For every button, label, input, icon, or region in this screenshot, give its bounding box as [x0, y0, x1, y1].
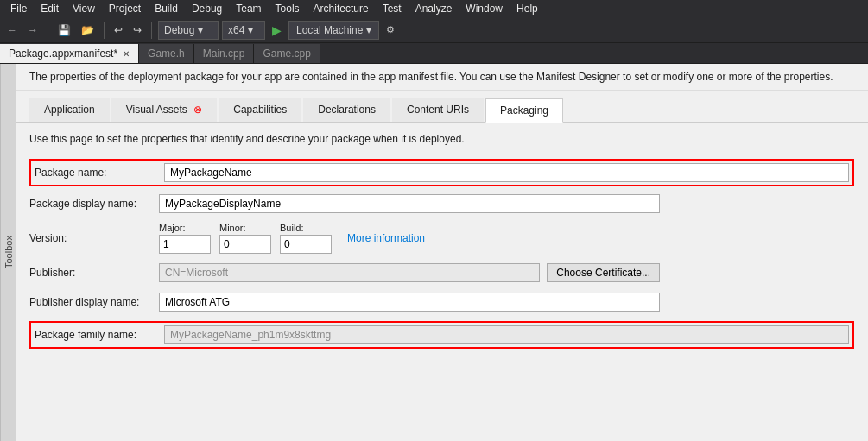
- menu-team[interactable]: Team: [229, 1, 268, 16]
- publisher-display-name-row: Publisher display name:: [29, 292, 854, 312]
- tab-capabilities-label: Capabilities: [233, 104, 287, 116]
- tab-gameh[interactable]: Game.h: [139, 44, 194, 63]
- menu-project[interactable]: Project: [102, 1, 148, 16]
- version-row: Version: Major: Minor: Build: More infor: [29, 223, 854, 254]
- package-name-input[interactable]: [164, 163, 849, 182]
- tab-manifest-close[interactable]: ✕: [123, 49, 130, 59]
- extra-btn[interactable]: ⚙: [383, 22, 398, 37]
- tab-visual-assets[interactable]: Visual Assets ⊗: [111, 98, 218, 122]
- debug-config-dropdown[interactable]: Debug ▾: [158, 21, 219, 40]
- version-build-label: Build:: [280, 223, 332, 233]
- local-machine-chevron: ▾: [366, 24, 371, 36]
- arch-chevron: ▾: [248, 24, 253, 36]
- version-minor-sub: Minor:: [219, 223, 271, 254]
- version-minor-input[interactable]: [219, 235, 271, 254]
- menu-architecture[interactable]: Architecture: [307, 1, 376, 16]
- publisher-label: Publisher:: [29, 267, 159, 279]
- choose-cert-button[interactable]: Choose Certificate...: [547, 263, 660, 282]
- menu-help[interactable]: Help: [510, 1, 545, 16]
- tab-visual-assets-label: Visual Assets: [126, 104, 187, 116]
- tabs-bar: Package.appxmanifest* ✕ Game.h Main.cpp …: [0, 43, 868, 64]
- package-display-name-input[interactable]: [159, 194, 660, 213]
- tab-application[interactable]: Application: [29, 98, 110, 122]
- visual-assets-error-icon: ⊗: [193, 104, 202, 116]
- arch-label: x64: [228, 24, 244, 36]
- back-button[interactable]: ←: [3, 22, 21, 38]
- tab-gameh-label: Game.h: [148, 47, 185, 60]
- section-tabs: Application Visual Assets ⊗ Capabilities…: [16, 91, 868, 123]
- arch-dropdown[interactable]: x64 ▾: [222, 21, 265, 40]
- toolbox-panel[interactable]: Toolbox: [0, 64, 16, 441]
- save-button[interactable]: 💾: [54, 22, 74, 38]
- toolbar-sep-1: [48, 22, 48, 39]
- content-area: The properties of the deployment package…: [16, 64, 868, 441]
- tab-capabilities[interactable]: Capabilities: [219, 98, 301, 122]
- toolbox-label: Toolbox: [3, 236, 14, 269]
- tab-content-uris[interactable]: Content URIs: [392, 98, 484, 122]
- menu-build[interactable]: Build: [148, 1, 185, 16]
- tab-declarations[interactable]: Declarations: [303, 98, 390, 122]
- form-description: Use this page to set the properties that…: [29, 133, 854, 145]
- tab-gamecpp-label: Game.cpp: [263, 47, 310, 60]
- tab-gamecpp[interactable]: Game.cpp: [254, 44, 320, 63]
- tab-maincpp-label: Main.cpp: [203, 47, 245, 60]
- tab-maincpp[interactable]: Main.cpp: [194, 44, 255, 63]
- tab-declarations-label: Declarations: [318, 104, 376, 116]
- toolbar: ← → 💾 📂 ↩ ↪ Debug ▾ x64 ▾ ▶ Local Machin…: [0, 17, 868, 43]
- publisher-display-name-input[interactable]: [159, 293, 660, 312]
- version-label: Version:: [29, 232, 159, 244]
- publisher-row: Publisher: Choose Certificate...: [29, 262, 854, 283]
- package-display-name-label: Package display name:: [29, 198, 159, 210]
- menu-debug[interactable]: Debug: [185, 1, 229, 16]
- version-build-input[interactable]: [280, 235, 332, 254]
- main-area: Toolbox The properties of the deployment…: [0, 64, 868, 441]
- publisher-input: [159, 263, 540, 282]
- tab-manifest-label: Package.appxmanifest*: [9, 47, 117, 60]
- undo-button[interactable]: ↩: [111, 22, 126, 38]
- menu-window[interactable]: Window: [459, 1, 510, 16]
- version-minor-label: Minor:: [219, 223, 271, 233]
- publisher-display-name-label: Publisher display name:: [29, 296, 159, 308]
- tab-content-uris-label: Content URIs: [407, 104, 469, 116]
- more-info-link[interactable]: More information: [347, 232, 425, 244]
- package-name-row: Package name:: [29, 159, 854, 186]
- open-button[interactable]: 📂: [78, 22, 98, 38]
- menu-bar: File Edit View Project Build Debug Team …: [0, 0, 868, 17]
- info-bar: The properties of the deployment package…: [16, 64, 868, 91]
- redo-button[interactable]: ↪: [130, 22, 145, 38]
- version-build-sub: Build:: [280, 223, 332, 254]
- debug-config-chevron: ▾: [198, 24, 203, 36]
- tab-packaging-label: Packaging: [500, 104, 548, 117]
- form-area: Use this page to set the properties that…: [16, 123, 868, 359]
- run-button[interactable]: ▶: [269, 23, 285, 37]
- menu-test[interactable]: Test: [376, 1, 409, 16]
- package-display-name-row: Package display name:: [29, 193, 854, 214]
- tab-manifest[interactable]: Package.appxmanifest* ✕: [0, 44, 139, 63]
- menu-tools[interactable]: Tools: [269, 1, 307, 16]
- debug-config-label: Debug: [164, 24, 194, 36]
- version-major-label: Major:: [159, 223, 211, 233]
- menu-file[interactable]: File: [3, 1, 34, 16]
- version-major-input[interactable]: [159, 235, 211, 254]
- version-group: Major: Minor: Build: More information: [159, 223, 425, 254]
- menu-view[interactable]: View: [66, 1, 102, 16]
- menu-edit[interactable]: Edit: [34, 1, 66, 16]
- version-major-sub: Major:: [159, 223, 211, 254]
- local-machine-button[interactable]: Local Machine ▾: [288, 21, 379, 40]
- menu-analyze[interactable]: Analyze: [409, 1, 459, 16]
- tab-packaging[interactable]: Packaging: [485, 98, 563, 123]
- local-machine-label: Local Machine: [296, 24, 363, 36]
- toolbar-sep-3: [151, 22, 152, 39]
- publisher-group: Choose Certificate...: [159, 263, 660, 282]
- toolbar-sep-2: [104, 22, 105, 39]
- forward-button[interactable]: →: [24, 22, 41, 38]
- package-family-name-row: Package family name:: [29, 321, 854, 349]
- package-family-name-input: [164, 325, 849, 344]
- tab-application-label: Application: [44, 104, 95, 116]
- info-text: The properties of the deployment package…: [29, 71, 833, 83]
- package-family-name-label: Package family name:: [35, 329, 164, 341]
- package-name-label: Package name:: [35, 167, 164, 179]
